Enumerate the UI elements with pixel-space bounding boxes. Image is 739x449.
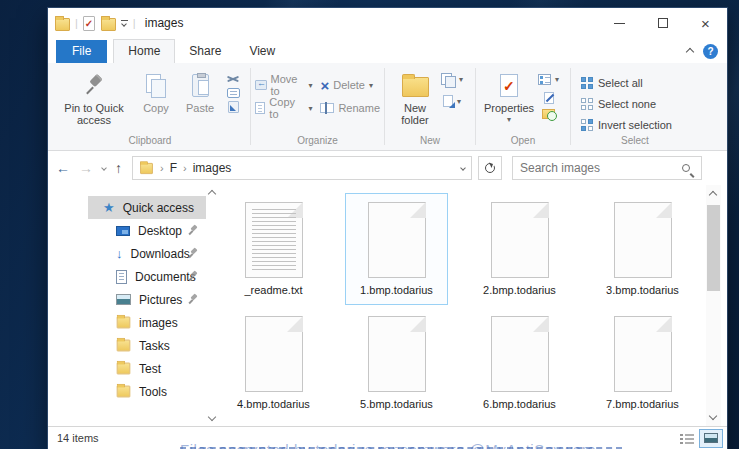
delete-x-icon: × — [320, 78, 329, 93]
tab-file[interactable]: File — [56, 40, 107, 63]
file-item[interactable]: 7.bmp.todarius — [591, 307, 694, 419]
new-item-button[interactable]: ▾ — [441, 71, 463, 87]
file-list: _readme.txt 1.bmp.todarius 2.bmp.todariu… — [220, 185, 706, 426]
select-all-button[interactable]: Select all — [581, 75, 672, 91]
sidebar-item-tasks[interactable]: Tasks — [88, 334, 206, 357]
maximize-button[interactable] — [641, 8, 684, 38]
blank-document-icon — [614, 202, 672, 278]
ribbon: Pin to Quick access Copy Paste — [48, 63, 727, 151]
tab-home[interactable]: Home — [113, 39, 175, 63]
ribbon-group-organize: Move to▾ Copy to▾ ×Delete▾ Rename Organi… — [251, 63, 384, 150]
text-document-icon — [245, 202, 303, 278]
paste-shortcut-icon[interactable] — [228, 101, 239, 113]
copy-path-icon[interactable] — [227, 88, 240, 98]
scroll-up-icon[interactable] — [208, 190, 216, 198]
sidebar-item-tools[interactable]: Tools — [88, 380, 206, 403]
search-input[interactable] — [520, 161, 682, 175]
open-button[interactable]: ▾ — [538, 71, 559, 87]
blank-document-icon — [368, 316, 426, 392]
clipboard-group-label: Clipboard — [50, 134, 250, 150]
file-item[interactable]: 4.bmp.todarius — [222, 307, 325, 419]
recent-locations-icon[interactable] — [101, 165, 107, 171]
edit-icon[interactable] — [544, 92, 554, 104]
scroll-down-icon[interactable] — [709, 412, 717, 420]
copy-to-button[interactable]: Copy to▾ — [255, 100, 312, 116]
dropdown-arrow-icon: ▾ — [308, 81, 312, 90]
select-none-button[interactable]: Select none — [581, 96, 672, 112]
explorer-window: | | images × File Home Share View ? — [48, 8, 727, 449]
large-icons-view-button[interactable] — [699, 429, 723, 448]
main-scrollbar[interactable] — [706, 185, 721, 426]
sidebar-item-quick-access[interactable]: ★ Quick access — [88, 196, 206, 219]
new-folder-icon — [402, 77, 429, 97]
move-to-icon — [255, 80, 267, 90]
address-dropdown-icon[interactable] — [460, 165, 466, 171]
desktop-background: | | images × File Home Share View ? — [0, 0, 739, 449]
picture-icon — [116, 294, 131, 305]
breadcrumb-folder[interactable]: images — [193, 161, 232, 175]
history-icon[interactable] — [542, 109, 555, 119]
new-folder-shortcut-icon[interactable] — [101, 18, 116, 31]
tab-view[interactable]: View — [235, 40, 289, 63]
back-button[interactable]: ← — [56, 161, 70, 175]
select-group-label: Select — [571, 134, 699, 150]
refresh-button[interactable] — [478, 156, 502, 180]
search-box[interactable] — [512, 156, 702, 180]
breadcrumb-drive[interactable]: F — [170, 161, 177, 175]
pin-icon — [188, 225, 198, 236]
properties-shortcut-icon[interactable] — [83, 16, 95, 31]
new-group-label: New — [385, 134, 475, 150]
rename-button[interactable]: Rename — [320, 100, 380, 116]
sidebar-item-documents[interactable]: Documents — [88, 265, 206, 288]
invert-selection-button[interactable]: Invert selection — [581, 117, 672, 133]
close-button[interactable]: × — [684, 8, 727, 38]
easy-access-button[interactable]: ▾ — [443, 93, 461, 109]
sidebar-item-pictures[interactable]: Pictures — [88, 288, 206, 311]
new-folder-button[interactable]: New folder — [389, 68, 441, 134]
help-icon[interactable]: ? — [703, 44, 718, 59]
file-item[interactable]: 3.bmp.todarius — [591, 193, 694, 305]
sidebar-scrollbar[interactable] — [206, 185, 220, 426]
sidebar-item-desktop[interactable]: Desktop — [88, 219, 206, 242]
file-item[interactable]: 6.bmp.todarius — [468, 307, 571, 419]
navigation-pane: ★ Quick access Desktop ↓ Downloads Docum… — [48, 185, 206, 426]
properties-button[interactable]: Properties ▾ — [480, 68, 538, 134]
sidebar-item-test[interactable]: Test — [88, 357, 206, 380]
open-icon — [538, 74, 551, 85]
blank-document-icon — [368, 202, 426, 278]
scrollbar-thumb[interactable] — [707, 205, 720, 291]
minimize-button[interactable] — [598, 8, 641, 38]
delete-button[interactable]: ×Delete▾ — [320, 77, 380, 93]
copy-button[interactable]: Copy — [134, 68, 178, 134]
window-controls: × — [598, 8, 727, 38]
scroll-down-icon[interactable] — [208, 413, 216, 421]
blank-document-icon — [614, 316, 672, 392]
collapse-ribbon-icon[interactable] — [686, 47, 694, 55]
search-icon — [682, 164, 690, 172]
file-item[interactable]: 5.bmp.todarius — [345, 307, 448, 419]
pin-icon — [84, 73, 104, 97]
move-to-button[interactable]: Move to▾ — [255, 77, 312, 93]
blank-document-icon — [245, 316, 303, 392]
scroll-up-icon[interactable] — [709, 191, 717, 199]
paste-button[interactable]: Paste — [178, 68, 222, 134]
tab-share[interactable]: Share — [175, 40, 235, 63]
cut-icon[interactable] — [226, 72, 240, 85]
titlebar-separator: | — [75, 17, 78, 29]
customize-quick-access-icon[interactable] — [121, 20, 128, 26]
copy-icon — [146, 74, 166, 97]
pin-to-quick-access-button[interactable]: Pin to Quick access — [54, 68, 134, 134]
breadcrumb-separator: › — [183, 162, 187, 174]
forward-button[interactable]: → — [79, 161, 93, 175]
breadcrumb[interactable]: › F › images — [132, 156, 472, 180]
folder-icon — [117, 340, 131, 352]
file-item[interactable]: _readme.txt — [222, 193, 325, 305]
dropdown-arrow-icon: ▾ — [459, 75, 463, 84]
file-item[interactable]: 2.bmp.todarius — [468, 193, 571, 305]
details-view-icon[interactable] — [679, 432, 695, 445]
copy-to-icon — [255, 102, 265, 114]
up-button[interactable]: ↑ — [115, 161, 122, 175]
file-item-selected[interactable]: 1.bmp.todarius — [345, 193, 448, 305]
sidebar-item-downloads[interactable]: ↓ Downloads — [88, 242, 206, 265]
sidebar-item-images[interactable]: images — [88, 311, 206, 334]
